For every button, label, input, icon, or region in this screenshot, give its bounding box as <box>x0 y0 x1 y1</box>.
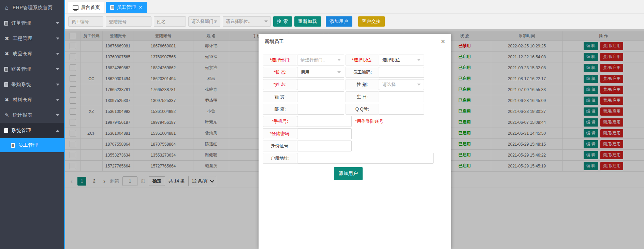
goto-prefix-label: 到第 <box>110 178 119 184</box>
disable-enable-button[interactable]: 禁用/启用 <box>600 53 623 61</box>
sidebar-item-5[interactable]: 采购系统 <box>0 77 64 92</box>
row-checkbox[interactable] <box>70 108 76 115</box>
page-button-1[interactable]: 1 <box>77 177 86 186</box>
disable-enable-button[interactable]: 禁用/启用 <box>600 151 623 159</box>
form-input[interactable] <box>297 128 352 139</box>
next-page-icon[interactable]: › <box>102 177 107 185</box>
select-value: 请选择部门.. <box>191 18 216 25</box>
form-input[interactable] <box>297 153 434 164</box>
row-checkbox[interactable] <box>70 54 76 60</box>
form-input[interactable] <box>297 116 352 127</box>
sidebar-item-2[interactable]: ✖工程管理 <box>0 31 64 46</box>
row-checkbox[interactable] <box>70 141 76 147</box>
filter-input-2[interactable] <box>106 16 151 27</box>
form-input[interactable] <box>297 91 344 102</box>
edit-button[interactable]: 编 辑 <box>584 97 598 105</box>
form-input[interactable] <box>379 67 424 78</box>
edit-button[interactable]: 编 辑 <box>584 129 598 137</box>
disable-enable-button[interactable]: 禁用/启用 <box>600 42 623 50</box>
disable-enable-button[interactable]: 禁用/启用 <box>600 140 623 148</box>
filter-input-1[interactable] <box>68 16 103 27</box>
chevron-down-icon <box>56 38 59 40</box>
disable-enable-button[interactable]: 禁用/启用 <box>600 97 623 105</box>
row-checkbox[interactable] <box>70 130 76 136</box>
disable-enable-button[interactable]: 禁用/启用 <box>600 118 623 127</box>
table-cell: 15361004992 <box>103 106 133 117</box>
edit-button[interactable]: 编 辑 <box>584 140 598 148</box>
customer-handover-button[interactable]: 客户交接 <box>358 16 385 27</box>
table-cell <box>80 41 103 51</box>
page-size-select[interactable]: 12 条/页 <box>188 176 217 186</box>
row-checkbox[interactable] <box>70 75 76 82</box>
row-checkbox[interactable] <box>70 97 76 104</box>
sidebar-item-8[interactable]: 系统管理 <box>0 123 64 138</box>
filter-input-3[interactable] <box>154 16 186 27</box>
close-tab-icon[interactable]: × <box>139 5 142 10</box>
edit-button[interactable]: 编 辑 <box>584 42 598 50</box>
row-checkbox[interactable] <box>70 119 76 126</box>
filter-select-1[interactable]: 请选择部门.. <box>188 16 220 27</box>
search-button[interactable]: 搜 索 <box>273 16 292 27</box>
row-checkbox[interactable] <box>70 64 76 71</box>
disable-enable-button[interactable]: 禁用/启用 <box>600 75 623 83</box>
form-input[interactable] <box>379 104 424 115</box>
tools-icon: ✖ <box>4 36 10 41</box>
row-checkbox[interactable] <box>70 43 76 49</box>
disable-enable-button[interactable]: 禁用/启用 <box>600 107 623 116</box>
form-input[interactable] <box>297 104 344 115</box>
sidebar-item-9[interactable]: 员工管理 <box>0 138 64 152</box>
actions-cell: 编 辑禁用/启用 <box>563 73 644 84</box>
chevron-down-icon <box>56 114 59 116</box>
goto-confirm-button[interactable]: 确定 <box>149 176 165 186</box>
status-badge: 已启用 <box>458 98 471 103</box>
disable-enable-button[interactable]: 禁用/启用 <box>600 64 623 72</box>
edit-button[interactable]: 编 辑 <box>584 53 598 61</box>
form-input[interactable] <box>379 91 424 102</box>
form-select[interactable]: 请选择部门.. <box>297 55 344 65</box>
table-cell: 2021-05-29 15:46:22 <box>491 150 563 160</box>
form-select[interactable]: 启用 <box>297 67 344 78</box>
edit-button[interactable]: 编 辑 <box>584 118 598 127</box>
disable-enable-button[interactable]: 禁用/启用 <box>600 162 623 170</box>
tab-employee-management[interactable]: 员工管理 × <box>106 2 147 13</box>
row-checkbox[interactable] <box>70 152 76 158</box>
table-cell: ZCF <box>80 128 103 138</box>
sidebar-item-3[interactable]: ✖成品仓库 <box>0 46 64 61</box>
edit-button[interactable]: 编 辑 <box>584 64 598 72</box>
page-button-2[interactable]: 2 <box>90 177 99 186</box>
add-user-button[interactable]: 添加用户 <box>326 16 352 27</box>
form-select[interactable]: 请选择 <box>379 79 424 90</box>
edit-button[interactable]: 编 辑 <box>584 107 598 116</box>
sidebar-item-6[interactable]: ✖材料仓库 <box>0 92 64 107</box>
form-input[interactable] <box>297 79 344 90</box>
sidebar-item-7[interactable]: ✎统计报表 <box>0 107 64 123</box>
form-select[interactable]: 选择职位 <box>379 55 424 65</box>
add-user-submit-button[interactable]: 添加用户 <box>334 167 363 180</box>
sidebar-item-label: 订单管理 <box>11 20 31 26</box>
table-cell <box>80 52 103 62</box>
sidebar-item-label: 员工管理 <box>18 142 38 148</box>
sidebar-item-1[interactable]: 订单管理 <box>0 15 64 31</box>
column-header: 登陆账号 <box>133 31 193 40</box>
close-icon[interactable]: × <box>441 38 445 45</box>
edit-button[interactable]: 编 辑 <box>584 151 598 159</box>
edit-button[interactable]: 编 辑 <box>584 86 598 94</box>
sidebar-item-0[interactable]: ⌂ERP管理系统首页 <box>0 0 64 15</box>
edit-button[interactable]: 编 辑 <box>584 75 598 83</box>
sidebar-item-4[interactable]: 财务管理 <box>0 61 64 77</box>
prev-page-icon[interactable]: ‹ <box>69 177 74 185</box>
filter-select-2[interactable]: 请选择职位.. <box>223 16 271 27</box>
disable-enable-button[interactable]: 禁用/启用 <box>600 86 623 94</box>
disable-enable-button[interactable]: 禁用/启用 <box>600 129 623 137</box>
edit-button[interactable]: 编 辑 <box>584 162 598 170</box>
row-checkbox[interactable] <box>70 163 76 169</box>
field-label: Q Q号: <box>346 104 379 115</box>
column-header <box>65 31 80 40</box>
select-all-checkbox[interactable] <box>70 33 76 39</box>
table-cell: 13553273634 <box>103 150 133 160</box>
goto-page-input[interactable] <box>122 176 137 186</box>
reload-button[interactable]: 重新加载 <box>294 16 321 27</box>
form-input[interactable] <box>297 141 352 151</box>
row-checkbox[interactable] <box>70 86 76 93</box>
tab-home[interactable]: 后台首页 <box>68 2 104 13</box>
